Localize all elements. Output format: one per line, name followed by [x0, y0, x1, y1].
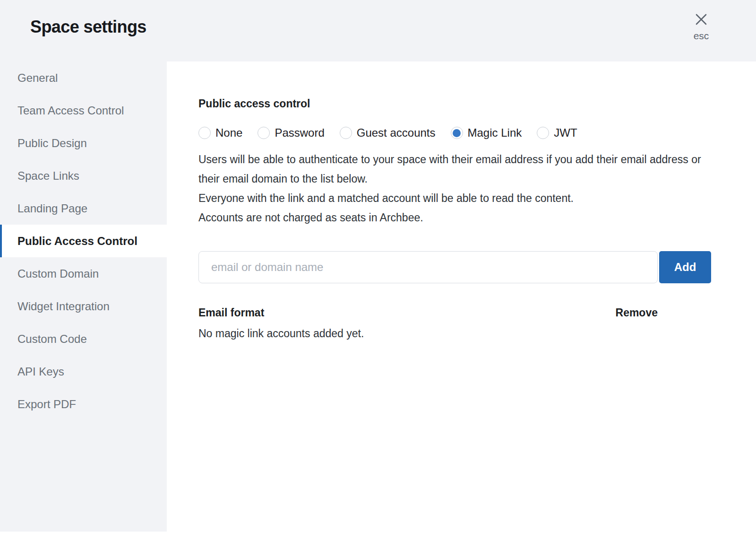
sidebar-item-team-access-control[interactable]: Team Access Control: [0, 94, 167, 127]
add-button[interactable]: Add: [659, 251, 711, 283]
section-heading: Public access control: [198, 96, 711, 111]
accounts-table-header: Email format Remove: [198, 306, 658, 319]
remove-column-header[interactable]: Remove: [616, 306, 658, 319]
description-line: Everyone with the link and a matched acc…: [198, 189, 711, 208]
radio-guest-accounts[interactable]: Guest accounts: [340, 126, 436, 140]
radio-circle-icon[interactable]: [340, 127, 352, 139]
esc-label: esc: [694, 30, 709, 42]
sidebar-item-widget-integration[interactable]: Widget Integration: [0, 290, 167, 323]
access-type-radio-group: None Password Guest accounts Magic Link …: [198, 126, 711, 140]
sidebar-item-api-keys[interactable]: API Keys: [0, 355, 167, 388]
radio-label: None: [215, 126, 242, 140]
radio-label: Magic Link: [468, 126, 522, 140]
sidebar-item-landing-page[interactable]: Landing Page: [0, 192, 167, 225]
sidebar-item-public-design[interactable]: Public Design: [0, 127, 167, 159]
sidebar-item-export-pdf[interactable]: Export PDF: [0, 388, 167, 420]
radio-circle-icon[interactable]: [258, 127, 270, 139]
page-title: Space settings: [30, 17, 146, 37]
settings-content-panel: Public access control None Password Gues…: [167, 61, 756, 533]
radio-jwt[interactable]: JWT: [537, 126, 577, 140]
sidebar-item-custom-domain[interactable]: Custom Domain: [0, 257, 167, 290]
sidebar-item-space-links[interactable]: Space Links: [0, 159, 167, 192]
settings-sidebar: General Team Access Control Public Desig…: [0, 61, 167, 532]
radio-label: Guest accounts: [357, 126, 436, 140]
description-line: Accounts are not charged as seats in Arc…: [198, 208, 711, 227]
email-or-domain-input[interactable]: [198, 251, 658, 283]
radio-circle-selected-icon[interactable]: [451, 127, 463, 139]
sidebar-item-public-access-control[interactable]: Public Access Control: [0, 225, 167, 257]
description-line: Users will be able to authenticate to yo…: [198, 150, 711, 189]
add-account-row: Add: [198, 251, 711, 283]
close-button[interactable]: esc: [686, 12, 716, 42]
email-format-column-header: Email format: [198, 306, 264, 319]
sidebar-item-custom-code[interactable]: Custom Code: [0, 323, 167, 355]
sidebar-item-general[interactable]: General: [0, 61, 167, 94]
close-icon[interactable]: [694, 12, 708, 26]
radio-circle-icon[interactable]: [198, 127, 211, 139]
empty-list-message: No magic link accounts added yet.: [198, 326, 711, 341]
radio-magic-link[interactable]: Magic Link: [451, 126, 522, 140]
radio-password[interactable]: Password: [258, 126, 324, 140]
radio-label: Password: [275, 126, 324, 140]
radio-circle-icon[interactable]: [537, 127, 549, 139]
access-description: Users will be able to authenticate to yo…: [198, 150, 711, 227]
radio-label: JWT: [554, 126, 577, 140]
radio-none[interactable]: None: [198, 126, 242, 140]
